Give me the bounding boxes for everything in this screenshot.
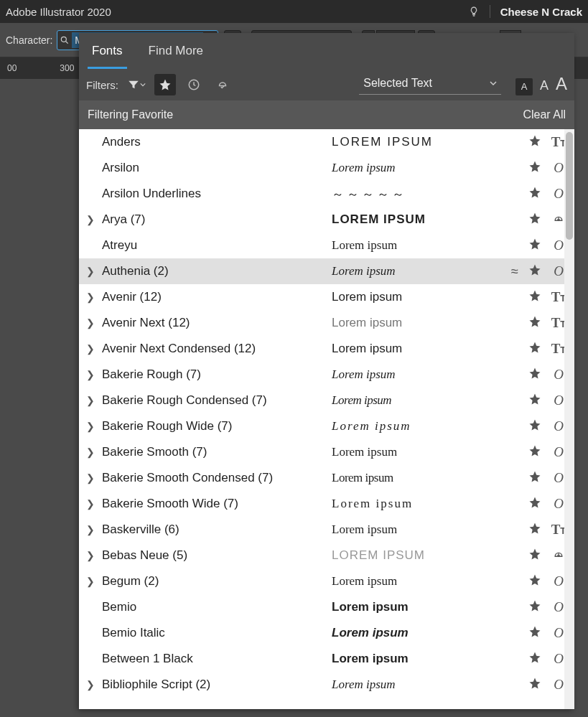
- expand-arrow-icon[interactable]: ❯: [86, 291, 102, 303]
- expand-arrow-icon[interactable]: ❯: [86, 343, 102, 355]
- favorite-star-icon[interactable]: [528, 393, 549, 409]
- favorite-star-icon[interactable]: [528, 496, 549, 512]
- tab-find-more[interactable]: Find More: [136, 33, 217, 69]
- font-name: Avenir Next (12): [102, 316, 332, 330]
- font-name: Bemio: [102, 600, 332, 614]
- font-preview: Lorem ipsum: [332, 238, 511, 253]
- app-title-bar: Adobe Illustrator 2020 Cheese N Crack: [0, 0, 588, 23]
- favorite-star-icon[interactable]: [528, 289, 549, 306]
- font-row[interactable]: ❯Bakerie Smooth (7)Lorem ipsumO: [79, 439, 574, 465]
- font-row[interactable]: ❯Bebas Neue (5)LOREM IPSUM: [79, 543, 574, 568]
- expand-arrow-icon[interactable]: ❯: [86, 369, 102, 380]
- filter-classification-button[interactable]: [126, 74, 147, 95]
- favorite-star-icon[interactable]: [528, 160, 549, 177]
- search-icon: [57, 35, 72, 45]
- font-name: Arsilon Underlines: [102, 187, 332, 201]
- favorite-star-icon[interactable]: [528, 548, 549, 564]
- expand-arrow-icon[interactable]: ❯: [86, 498, 102, 510]
- font-row[interactable]: Arsilon Underlines～～～～～O: [79, 181, 574, 207]
- favorite-star-icon[interactable]: [528, 470, 549, 487]
- ruler-mark: 00: [7, 63, 17, 73]
- expand-arrow-icon[interactable]: ❯: [86, 214, 102, 225]
- font-row[interactable]: ❯Bakerie Rough Condensed (7)Lorem ipsumO: [79, 388, 574, 413]
- font-row[interactable]: ❯Baskerville (6)Lorem ipsumTT: [79, 517, 574, 543]
- expand-arrow-icon[interactable]: ❯: [86, 679, 102, 690]
- favorite-star-icon[interactable]: [528, 315, 549, 332]
- filter-activated-button[interactable]: [212, 74, 233, 95]
- preview-size-large[interactable]: A: [556, 74, 567, 94]
- font-row[interactable]: ❯Avenir Next Condensed (12)Lorem ipsumTT: [79, 336, 574, 362]
- expand-arrow-icon[interactable]: ❯: [86, 395, 102, 406]
- expand-arrow-icon[interactable]: ❯: [86, 550, 102, 561]
- font-preview: Lorem ipsum: [332, 497, 511, 511]
- expand-arrow-icon[interactable]: ❯: [86, 317, 102, 329]
- similar-icon: ≈: [511, 264, 528, 279]
- font-preview: Lorem ipsum: [332, 600, 511, 614]
- favorite-star-icon[interactable]: [528, 186, 549, 202]
- font-preview: Lorem ipsum: [332, 161, 511, 175]
- font-row[interactable]: ❯Bakerie Rough (7)Lorem ipsumO: [79, 362, 574, 388]
- font-name: Avenir Next Condensed (12): [102, 342, 332, 356]
- font-panel-tabs: Fonts Find More: [79, 33, 574, 69]
- filter-status-text: Filtering Favorite: [88, 108, 173, 121]
- preview-mode-select[interactable]: Selected Text: [359, 75, 501, 95]
- favorite-star-icon[interactable]: [528, 212, 549, 228]
- favorite-star-icon[interactable]: [528, 444, 549, 461]
- document-name[interactable]: Cheese N Crack: [500, 6, 582, 18]
- font-preview: Lorem ipsum: [332, 367, 511, 382]
- font-row[interactable]: AndersLOREM IPSUMTT: [79, 129, 574, 155]
- expand-arrow-icon[interactable]: ❯: [86, 576, 102, 587]
- character-label: Character:: [6, 34, 52, 46]
- expand-arrow-icon[interactable]: ❯: [86, 266, 102, 277]
- font-row[interactable]: BemioLorem ipsumO: [79, 594, 574, 620]
- tips-icon[interactable]: [468, 6, 480, 17]
- favorite-star-icon[interactable]: [528, 522, 549, 538]
- font-name: Authenia (2): [102, 264, 332, 278]
- font-row[interactable]: ❯Avenir (12)Lorem ipsumTT: [79, 284, 574, 310]
- font-row[interactable]: Bemio ItalicLorem ipsumO: [79, 620, 574, 646]
- preview-size-small[interactable]: A: [515, 78, 533, 95]
- favorite-star-icon[interactable]: [528, 625, 549, 642]
- favorite-star-icon[interactable]: [528, 573, 549, 590]
- font-row[interactable]: ❯Begum (2)Lorem ipsumO: [79, 568, 574, 594]
- favorite-star-icon[interactable]: [528, 599, 549, 616]
- filter-favorites-button[interactable]: [154, 74, 176, 95]
- font-row[interactable]: ❯Arya (7)LOREM IPSUM: [79, 207, 574, 233]
- font-list[interactable]: AndersLOREM IPSUMTTArsilonLorem ipsumOAr…: [79, 129, 574, 709]
- favorite-star-icon[interactable]: [528, 418, 549, 435]
- favorite-star-icon[interactable]: [528, 677, 549, 693]
- scrollbar-thumb[interactable]: [566, 132, 573, 240]
- expand-arrow-icon[interactable]: ❯: [86, 524, 102, 535]
- preview-mode-value: Selected Text: [363, 77, 432, 90]
- preview-size-medium[interactable]: A: [540, 78, 549, 93]
- font-name: Between 1 Black: [102, 652, 332, 666]
- favorite-star-icon[interactable]: [528, 263, 549, 280]
- font-name: Arya (7): [102, 212, 332, 227]
- svg-point-0: [62, 37, 67, 42]
- app-title: Adobe Illustrator 2020: [6, 6, 111, 18]
- clear-all-button[interactable]: Clear All: [523, 108, 566, 121]
- scrollbar-track[interactable]: [564, 129, 574, 709]
- favorite-star-icon[interactable]: [528, 367, 549, 383]
- font-row[interactable]: ❯Bakerie Rough Wide (7)Lorem ipsumO: [79, 413, 574, 439]
- font-row[interactable]: ❯Avenir Next (12)Lorem ipsumTT: [79, 310, 574, 336]
- font-row[interactable]: ❯Authenia (2)Lorem ipsum≈O: [79, 258, 574, 284]
- font-name: Bakerie Rough Condensed (7): [102, 393, 332, 408]
- filter-recent-button[interactable]: [183, 74, 205, 95]
- font-row[interactable]: ❯Bibliophile Script (2)Lorem ipsumO: [79, 672, 574, 698]
- favorite-star-icon[interactable]: [528, 238, 549, 254]
- font-row[interactable]: Between 1 BlackLorem ipsumO: [79, 646, 574, 672]
- favorite-star-icon[interactable]: [528, 134, 549, 151]
- expand-arrow-icon[interactable]: ❯: [86, 446, 102, 458]
- font-row[interactable]: ❯Bakerie Smooth Condensed (7)Lorem ipsum…: [79, 465, 574, 491]
- font-preview: Lorem ipsum: [332, 264, 511, 278]
- tab-fonts[interactable]: Fonts: [79, 33, 136, 69]
- favorite-star-icon[interactable]: [528, 341, 549, 357]
- font-name: Bakerie Smooth Wide (7): [102, 497, 332, 511]
- font-row[interactable]: ❯Bakerie Smooth Wide (7)Lorem ipsumO: [79, 491, 574, 517]
- favorite-star-icon[interactable]: [528, 651, 549, 667]
- font-row[interactable]: ArsilonLorem ipsumO: [79, 155, 574, 181]
- font-row[interactable]: AtreyuLorem ipsumO: [79, 233, 574, 258]
- expand-arrow-icon[interactable]: ❯: [86, 421, 102, 432]
- expand-arrow-icon[interactable]: ❯: [86, 472, 102, 484]
